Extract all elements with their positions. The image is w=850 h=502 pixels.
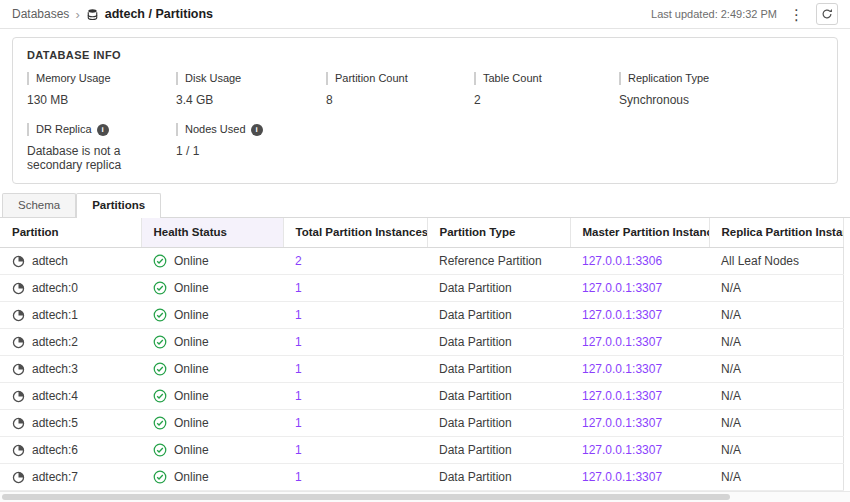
database-icon [86, 8, 99, 21]
replica-instance-text: N/A [721, 470, 741, 484]
metric-label-text: Disk Usage [185, 72, 241, 85]
master-instance-link[interactable]: 127.0.0.1:3307 [582, 416, 662, 430]
tab-partitions[interactable]: Partitions [76, 193, 161, 218]
column-header-partition-type[interactable]: Partition Type [427, 218, 570, 248]
partition-type-text: Reference Partition [439, 254, 542, 268]
tab-schema[interactable]: Schema [2, 193, 76, 217]
replica-instance-text: N/A [721, 416, 741, 430]
table-row[interactable]: adtech:2 Online 1 Data Partition 127.0.0… [0, 329, 843, 356]
master-instance-link[interactable]: 127.0.0.1:3307 [582, 470, 662, 484]
metric-memory-usage: Memory Usage 130 MB [27, 72, 176, 107]
master-instance-link[interactable]: 127.0.0.1:3306 [582, 254, 662, 268]
table-row[interactable]: adtech Online 2 Reference Partition 127.… [0, 248, 843, 275]
metric-value: 2 [474, 93, 606, 107]
master-instance-link[interactable]: 127.0.0.1:3307 [582, 308, 662, 322]
table-row[interactable]: adtech:1 Online 1 Data Partition 127.0.0… [0, 302, 843, 329]
partition-name: adtech:3 [32, 362, 78, 376]
kebab-icon: ⋮ [789, 6, 804, 23]
metric-label-text: Memory Usage [36, 72, 111, 85]
horizontal-scrollbar-track[interactable] [0, 491, 850, 502]
partition-name: adtech:2 [32, 335, 78, 349]
metric-label: Table Count [474, 72, 619, 85]
total-instances-link[interactable]: 1 [295, 443, 302, 457]
total-instances-link[interactable]: 1 [295, 362, 302, 376]
online-check-icon [153, 281, 167, 295]
metric-label: Partition Count [326, 72, 474, 85]
metric-label-text: DR Replica [36, 123, 92, 136]
last-updated-text: Last updated: 2:49:32 PM [651, 8, 777, 20]
replica-instance-text: N/A [721, 281, 741, 295]
table-row[interactable]: adtech:4 Online 1 Data Partition 127.0.0… [0, 383, 843, 410]
partition-type-text: Data Partition [439, 389, 512, 403]
replica-instance-text: N/A [721, 308, 741, 322]
topbar: Databases › adtech / Partitions Last upd… [0, 0, 850, 29]
metric-label-text: Replication Type [628, 72, 709, 85]
partition-type-text: Data Partition [439, 362, 512, 376]
refresh-button[interactable] [816, 3, 838, 25]
master-instance-link[interactable]: 127.0.0.1:3307 [582, 443, 662, 457]
metric-nodes-used: Nodes Used i 1 / 1 [176, 123, 326, 172]
master-instance-link[interactable]: 127.0.0.1:3307 [582, 335, 662, 349]
breadcrumb-databases-link[interactable]: Databases [12, 7, 69, 21]
metric-label-text: Nodes Used [185, 123, 246, 136]
breadcrumb-current: adtech / Partitions [105, 7, 213, 21]
health-status-text: Online [174, 308, 209, 322]
replica-instance-text: N/A [721, 389, 741, 403]
replica-instance-text: N/A [721, 443, 741, 457]
online-check-icon [153, 470, 167, 484]
online-check-icon [153, 389, 167, 403]
metric-value: Database is not a secondary replica [27, 144, 159, 172]
total-instances-link[interactable]: 1 [295, 335, 302, 349]
partition-name: adtech:6 [32, 443, 78, 457]
table-row[interactable]: adtech:7 Online 1 Data Partition 127.0.0… [0, 464, 843, 491]
metric-label: Disk Usage [176, 72, 326, 85]
column-header-total-instances[interactable]: Total Partition Instances [283, 218, 427, 248]
metric-value: 8 [326, 93, 458, 107]
kebab-menu-button[interactable]: ⋮ [786, 7, 807, 22]
master-instance-link[interactable]: 127.0.0.1:3307 [582, 362, 662, 376]
metric-label-text: Partition Count [335, 72, 408, 85]
chevron-right-icon: › [75, 8, 79, 21]
total-instances-link[interactable]: 1 [295, 389, 302, 403]
partitions-table: Partition Health Status Total Partition … [0, 218, 844, 491]
replica-instance-text: All Leaf Nodes [721, 254, 799, 268]
online-check-icon [153, 362, 167, 376]
table-row[interactable]: adtech:3 Online 1 Data Partition 127.0.0… [0, 356, 843, 383]
column-header-partition[interactable]: Partition [0, 218, 141, 248]
metric-value: 130 MB [27, 93, 159, 107]
master-instance-link[interactable]: 127.0.0.1:3307 [582, 281, 662, 295]
table-row[interactable]: adtech:0 Online 1 Data Partition 127.0.0… [0, 275, 843, 302]
partition-pie-icon [12, 336, 25, 349]
table-row[interactable]: adtech:5 Online 1 Data Partition 127.0.0… [0, 410, 843, 437]
partition-pie-icon [12, 363, 25, 376]
health-status-text: Online [174, 443, 209, 457]
total-instances-link[interactable]: 1 [295, 470, 302, 484]
metric-value: 3.4 GB [176, 93, 308, 107]
partition-name: adtech:1 [32, 308, 78, 322]
metric-label: Replication Type [619, 72, 823, 85]
total-instances-link[interactable]: 1 [295, 416, 302, 430]
partition-type-text: Data Partition [439, 308, 512, 322]
master-instance-link[interactable]: 127.0.0.1:3307 [582, 389, 662, 403]
online-check-icon [153, 335, 167, 349]
partition-pie-icon [12, 390, 25, 403]
online-check-icon [153, 308, 167, 322]
partition-type-text: Data Partition [439, 416, 512, 430]
partition-type-text: Data Partition [439, 470, 512, 484]
column-header-replica-instance[interactable]: Replica Partition Instance ... [709, 218, 843, 248]
column-header-master-instance[interactable]: Master Partition Instance ... [570, 218, 709, 248]
info-icon[interactable]: i [97, 124, 109, 136]
total-instances-link[interactable]: 2 [295, 254, 302, 268]
column-header-health-status[interactable]: Health Status [141, 218, 283, 248]
table-row[interactable]: adtech:6 Online 1 Data Partition 127.0.0… [0, 437, 843, 464]
total-instances-link[interactable]: 1 [295, 308, 302, 322]
total-instances-link[interactable]: 1 [295, 281, 302, 295]
health-status-text: Online [174, 254, 209, 268]
health-status-text: Online [174, 470, 209, 484]
info-icon[interactable]: i [251, 124, 263, 136]
online-check-icon [153, 416, 167, 430]
partition-pie-icon [12, 255, 25, 268]
metric-disk-usage: Disk Usage 3.4 GB [176, 72, 326, 107]
partition-pie-icon [12, 309, 25, 322]
horizontal-scrollbar-thumb[interactable] [2, 494, 730, 500]
